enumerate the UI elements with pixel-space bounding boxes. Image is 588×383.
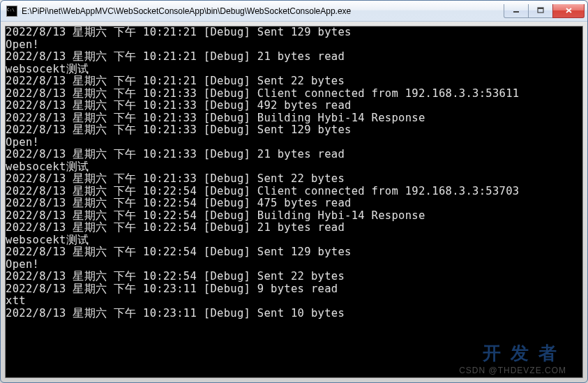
minimize-button[interactable]: [504, 4, 529, 18]
console-content: 2022/8/13 星期六 下午 10:21:21 [Debug] Sent 1…: [6, 27, 582, 320]
console-output[interactable]: 2022/8/13 星期六 下午 10:21:21 [Debug] Sent 1…: [5, 26, 583, 378]
close-icon: [565, 7, 573, 14]
close-button[interactable]: [552, 4, 585, 18]
svg-rect-2: [538, 8, 543, 9]
svg-rect-0: [513, 11, 519, 13]
title-bar: E:\PiPi\net\WebAppMVC\WebSocketConsoleAp…: [1, 1, 587, 22]
maximize-button[interactable]: [528, 4, 553, 18]
window-title: E:\PiPi\net\WebAppMVC\WebSocketConsoleAp…: [22, 6, 504, 16]
window-controls: [504, 4, 585, 18]
maximize-icon: [537, 7, 544, 14]
app-icon: [6, 6, 17, 17]
minimize-icon: [513, 7, 520, 14]
